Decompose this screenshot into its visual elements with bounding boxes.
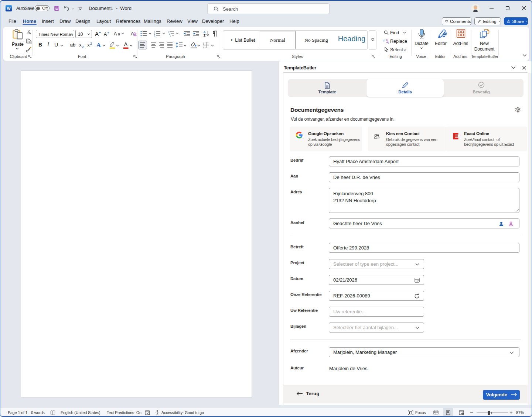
- svg-text:W: W: [7, 7, 11, 11]
- svg-text:a: a: [118, 32, 120, 36]
- svg-text:x: x: [87, 42, 90, 48]
- svg-text:A: A: [96, 42, 101, 49]
- svg-text:3: 3: [154, 35, 155, 37]
- svg-text:x: x: [79, 42, 82, 48]
- svg-text:i: i: [170, 35, 171, 37]
- svg-text:A: A: [124, 41, 128, 47]
- svg-text:Z: Z: [204, 34, 205, 37]
- svg-text:A: A: [104, 31, 107, 37]
- svg-text:c: c: [388, 41, 389, 44]
- svg-text:2: 2: [90, 42, 92, 45]
- svg-text:2: 2: [82, 45, 84, 48]
- svg-text:A: A: [114, 31, 117, 37]
- svg-text:A: A: [95, 31, 99, 37]
